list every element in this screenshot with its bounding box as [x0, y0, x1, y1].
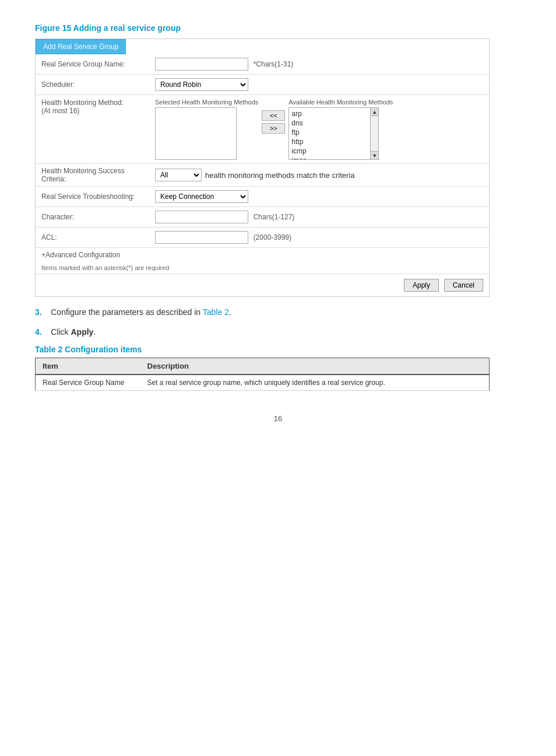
- troubleshooting-row: Real Service Troubleshooting: Keep Conne…: [36, 187, 489, 207]
- col-header-description: Description: [140, 358, 490, 375]
- col-header-item: Item: [36, 358, 140, 375]
- troubleshooting-select[interactable]: Keep Connection Drop Connection: [155, 190, 248, 203]
- troubleshooting-label: Real Service Troubleshooting:: [41, 192, 135, 201]
- success-criteria-row: Health Monitoring Success Criteria: All …: [36, 164, 489, 187]
- health-method-row: Health Monitoring Method: (At most 16) S…: [36, 95, 489, 164]
- acl-input[interactable]: [155, 231, 248, 244]
- page-number: 16: [35, 414, 521, 423]
- table-title: Table 2 Configuration items: [35, 345, 521, 354]
- success-hint: health monitoring methods match the crit…: [205, 171, 355, 180]
- character-row: Character: Chars(1-127): [36, 207, 489, 228]
- acl-hint: (2000-3999): [254, 233, 291, 242]
- available-methods-col: Available Health Monitoring Methods arp …: [288, 99, 393, 160]
- scheduler-label: Scheduler:: [41, 80, 75, 89]
- character-input[interactable]: [155, 211, 248, 223]
- table-cell-item: Real Service Group Name: [36, 374, 140, 391]
- table2-link[interactable]: Table 2: [203, 307, 229, 317]
- config-table: Item Description Real Service Group Name…: [35, 358, 490, 391]
- health-method-label: Health Monitoring Method:: [41, 99, 124, 107]
- cancel-button[interactable]: Cancel: [444, 279, 483, 292]
- scroll-track: [371, 116, 378, 151]
- selected-methods-listbox[interactable]: [155, 107, 237, 160]
- acl-label: ACL:: [41, 233, 57, 242]
- table-row: Real Service Group Name Set a real servi…: [36, 374, 490, 391]
- form-container: Add Real Service Group Real Service Grou…: [35, 38, 490, 297]
- group-name-row: Real Service Group Name: *Chars(1-31): [36, 54, 489, 75]
- group-name-input[interactable]: [155, 58, 248, 71]
- step-4: 4. Click Apply.: [35, 327, 521, 337]
- step-3: 3. Configure the parameters as described…: [35, 307, 521, 317]
- figure-title: Figure 15 Adding a real service group: [35, 23, 521, 33]
- move-right-button[interactable]: >>: [262, 123, 285, 134]
- acl-row: ACL: (2000-3999): [36, 228, 489, 248]
- character-label: Character:: [41, 213, 74, 221]
- apply-button[interactable]: Apply: [404, 279, 439, 292]
- arrow-buttons-col: << >>: [262, 110, 285, 134]
- required-note: Items marked with an asterisk(*) are req…: [36, 262, 489, 274]
- health-method-sublabel: (At most 16): [41, 107, 79, 115]
- table-header-row: Item Description: [36, 358, 490, 375]
- scheduler-row: Scheduler: Round Robin Weighted Round Ro…: [36, 75, 489, 95]
- form-buttons: Apply Cancel: [36, 274, 489, 296]
- scroll-down-btn[interactable]: ▼: [371, 151, 378, 159]
- selected-methods-col: Selected Health Monitoring Methods: [155, 99, 258, 160]
- group-name-label: Real Service Group Name:: [41, 60, 125, 68]
- selected-methods-header: Selected Health Monitoring Methods: [155, 99, 258, 106]
- available-methods-listbox[interactable]: arp dns ftp http icmp imap: [289, 108, 370, 159]
- table-cell-description: Set a real service group name, which uni…: [140, 374, 490, 391]
- move-left-button[interactable]: <<: [262, 110, 285, 121]
- tab-header[interactable]: Add Real Service Group: [36, 39, 126, 54]
- scroll-up-btn[interactable]: ▲: [371, 108, 378, 116]
- success-criteria-label: Health Monitoring Success Criteria:: [41, 167, 125, 183]
- advanced-config[interactable]: +Advanced Configuration: [36, 247, 489, 262]
- character-hint: Chars(1-127): [254, 213, 295, 221]
- scheduler-select[interactable]: Round Robin Weighted Round Robin Least C…: [155, 78, 248, 91]
- group-name-hint: *Chars(1-31): [254, 60, 294, 68]
- success-criteria-select[interactable]: All Any: [155, 169, 202, 181]
- available-methods-header: Available Health Monitoring Methods: [288, 99, 393, 106]
